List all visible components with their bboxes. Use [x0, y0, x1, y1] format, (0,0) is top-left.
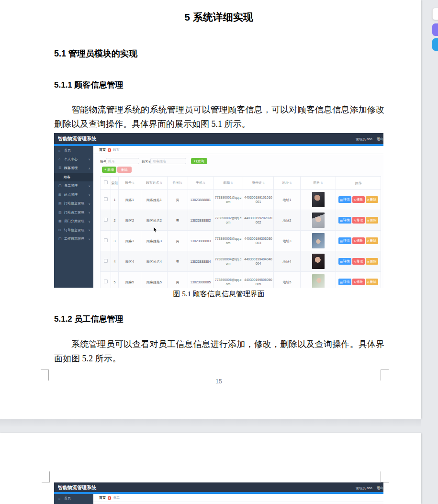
detail-icon: ▤ — [340, 198, 343, 202]
floating-tool-button-2[interactable] — [432, 23, 438, 36]
column-header[interactable]: 顾客姓名⇅ — [141, 177, 168, 190]
sort-caret-icon[interactable]: ⇅ — [289, 181, 292, 184]
sidebar-item[interactable]: ✉订单信息管理∨ — [54, 226, 93, 235]
sort-caret-icon[interactable]: ⇅ — [203, 181, 205, 184]
sort-caret-icon[interactable]: ⇅ — [230, 181, 233, 184]
breadcrumb-current: 顾客 — [113, 147, 120, 152]
sort-caret-icon[interactable]: ⇅ — [180, 181, 182, 184]
column-header-label: 手机 — [196, 181, 202, 184]
detail-button[interactable]: ▤详情 — [338, 217, 351, 224]
action-button-label: 修改 — [357, 280, 363, 284]
logged-in-user: 管理员 abo — [356, 137, 372, 142]
row-checkbox[interactable] — [104, 238, 108, 242]
user-icon: ○ — [58, 157, 62, 161]
screenshot-root: { "document": { "title": "5 系统详细实现", "se… — [0, 0, 438, 504]
customer-name-input[interactable] — [150, 158, 186, 164]
delete-button[interactable]: ⊘删除 — [366, 196, 378, 203]
figure-5-2-screenshot: 智能物流管理系统 管理员 abo 退出登录 ⌂ 首页 首页 员工 — [54, 482, 383, 504]
column-header[interactable]: 图片⇅ — [301, 177, 336, 190]
breadcrumb-home-2[interactable]: 首页 — [99, 495, 106, 500]
address-cell: 地址5 — [274, 272, 301, 288]
sidebar-item[interactable]: ▢员工管理∨ — [54, 181, 93, 190]
search-form: 账号 顾客姓名 查询 — [93, 158, 383, 165]
bulk-delete-button[interactable]: 删除 — [117, 167, 132, 173]
edit-icon: ✎ — [354, 219, 356, 222]
sidebar-item-label: 门站员工管理 — [64, 210, 84, 215]
action-button-label: 修改 — [357, 259, 363, 264]
sort-caret-icon[interactable]: ⇅ — [320, 181, 323, 184]
delete-button[interactable]: ⊘删除 — [366, 217, 378, 224]
add-button[interactable]: + 新增 — [102, 167, 116, 173]
breadcrumb-separator-icon-2 — [108, 496, 111, 500]
chevron-down-icon: ∨ — [89, 228, 90, 232]
row-checkbox[interactable] — [104, 218, 108, 222]
app-header-bar: 智能物流管理系统 管理员 abo 退出登录 — [54, 133, 383, 144]
column-header-label: 图片 — [313, 181, 320, 184]
page-separator — [0, 419, 421, 433]
sidebar-item-label: 顾客管理 — [64, 166, 78, 170]
edit-button[interactable]: ✎修改 — [352, 237, 365, 244]
edit-button[interactable]: ✎修改 — [352, 217, 365, 224]
photo-cell — [301, 210, 336, 231]
sidebar-item[interactable]: ▥门站员工管理∨ — [54, 208, 93, 217]
sidebar-item-label: 部门分类管理 — [64, 219, 84, 224]
edit-button[interactable]: ✎修改 — [352, 258, 365, 265]
sidebar-item-home[interactable]: ⌂ 首页 — [54, 494, 93, 503]
row-index: 3 — [111, 231, 119, 251]
row-checkbox[interactable] — [104, 259, 108, 263]
column-header[interactable]: 手机⇅ — [188, 177, 213, 190]
sidebar-item[interactable]: ⌂首页 — [54, 146, 93, 155]
sort-caret-icon[interactable]: ⇅ — [132, 181, 135, 184]
row-index: 5 — [111, 272, 119, 288]
row-index: 4 — [111, 251, 119, 272]
logout-link[interactable]: 退出登录 — [377, 137, 383, 142]
sidebar-item[interactable]: ▦部门分类管理∨ — [54, 217, 93, 226]
margin-mark-bottom-left — [41, 370, 49, 381]
app-brand-title-2: 智能物流管理系统 — [58, 484, 96, 491]
column-header[interactable]: 邮箱⇅ — [213, 177, 243, 190]
detail-button[interactable]: ▤详情 — [338, 258, 351, 265]
photo-cell — [301, 272, 336, 288]
delete-button[interactable]: ⊘删除 — [366, 279, 378, 285]
row-checkbox[interactable] — [104, 280, 108, 283]
column-header[interactable]: 性别⇅ — [168, 177, 188, 190]
logout-link-2[interactable]: 退出登录 — [377, 486, 383, 491]
detail-button[interactable]: ▤详情 — [338, 279, 351, 285]
sidebar-item[interactable]: ◫工作日志管理∨ — [54, 235, 93, 244]
detail-button[interactable]: ▤详情 — [338, 196, 351, 203]
delete-button[interactable]: ⊘删除 — [366, 237, 378, 244]
row-checkbox[interactable] — [104, 197, 108, 201]
detail-button[interactable]: ▤详情 — [338, 237, 351, 244]
delete-button[interactable]: ⊘删除 — [366, 258, 378, 265]
sidebar-item[interactable]: ☰顾客管理∧ — [54, 164, 93, 173]
section-5-1-1-heading: 5.1.1 顾客信息管理 — [54, 79, 124, 90]
detail-icon: ▤ — [340, 219, 343, 222]
column-header[interactable]: 地址⇅ — [274, 177, 301, 190]
column-header-label: 性别 — [173, 181, 180, 184]
row-index: 2 — [111, 210, 119, 231]
sidebar-item[interactable]: ○个人中心∨ — [54, 155, 93, 164]
sort-caret-icon[interactable]: ⇅ — [262, 181, 265, 184]
floating-tool-button-3[interactable] — [432, 38, 438, 51]
account-input[interactable] — [106, 158, 139, 164]
edit-button[interactable]: ✎修改 — [352, 196, 365, 203]
address-cell: 地址4 — [274, 251, 301, 272]
search-button[interactable]: 查询 — [191, 158, 207, 164]
sidebar-item[interactable]: ⊞站点管理∨ — [54, 190, 93, 200]
breadcrumb-home[interactable]: 首页 — [99, 147, 106, 152]
column-header[interactable]: 账号⇅ — [119, 177, 141, 190]
sidebar-item[interactable]: ▤门站信息管理∨ — [54, 199, 93, 208]
sidebar-item-label: 站点管理 — [64, 192, 78, 197]
action-button-label: 修改 — [357, 238, 363, 243]
customer-photo — [312, 254, 325, 269]
floating-tool-button-1[interactable] — [432, 8, 438, 20]
sort-caret-icon[interactable]: ⇅ — [160, 181, 162, 184]
breadcrumb-2: 首页 员工 — [93, 494, 383, 502]
figure-5-1-caption: 图 5.1 顾客信息信息管理界面 — [54, 290, 383, 299]
column-header-label: 顾客姓名 — [146, 181, 159, 184]
select-all-checkbox[interactable] — [104, 180, 108, 184]
sidebar-subitem[interactable]: 顾客 — [54, 173, 93, 182]
column-header[interactable]: 身份证⇅ — [243, 177, 274, 190]
edit-icon: ✎ — [354, 280, 356, 284]
edit-button[interactable]: ✎修改 — [352, 279, 365, 285]
